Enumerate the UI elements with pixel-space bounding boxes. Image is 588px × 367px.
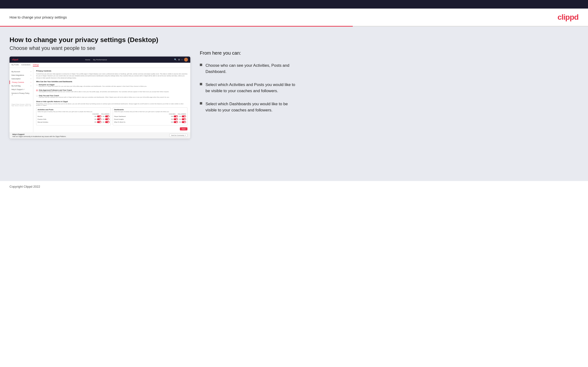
manual-label: Manual Activities xyxy=(38,121,95,123)
sidebar-golf-bag[interactable]: My Golf Bag xyxy=(9,84,33,88)
mini-nav: clippd Home My Performance 🔍 ⊞ ○ xyxy=(9,57,190,63)
footer: Copyright Clippd 2022 xyxy=(0,181,588,192)
top-bar xyxy=(0,0,588,8)
pd-followers-toggle[interactable]: ON xyxy=(179,116,186,117)
pd-coaches-toggle[interactable]: ON xyxy=(171,116,178,117)
mini-sidebar: My Account Data Integrations Subscriptio… xyxy=(9,68,33,132)
radio-approved-btn[interactable] xyxy=(36,90,38,91)
sidebar-my-account[interactable]: My Account xyxy=(9,70,33,73)
toggle-player-dashboard: Player Dashboard ON ON xyxy=(114,116,186,117)
radio-approved-content: Only Approved Followers and Your Coach O… xyxy=(39,89,169,93)
bullet-item-1: Choose who can see your Activities, Post… xyxy=(200,62,300,75)
mini-tab-connections[interactable]: Connections xyxy=(21,64,30,67)
bullet-text-3: Select which Dashboards you would like t… xyxy=(206,101,300,113)
radio-only-you-content: Only You and Your Coach Only you and the… xyxy=(39,95,169,98)
sidebar-version: Clippd Client Version: 2022.8.2SQL Serve… xyxy=(9,102,33,108)
radio-only-you[interactable]: Only You and Your Coach Only you and the… xyxy=(36,95,187,98)
bullet-square-3 xyxy=(200,102,202,105)
ri-followers-toggle[interactable]: ON xyxy=(179,118,186,120)
mini-logo: clippd xyxy=(12,58,18,61)
ww-coaches-toggle[interactable]: ON xyxy=(171,121,178,123)
manual-followers-toggle[interactable]: ON xyxy=(103,121,109,123)
radio-everyone-content: Everyone on Clippd Everyone on Clippd ca… xyxy=(39,84,147,87)
mini-tab-profile[interactable]: My Profile xyxy=(11,64,19,67)
visit-community-button[interactable]: Visit Our Community ↗ xyxy=(169,134,187,137)
radio-approved[interactable]: Only Approved Followers and Your Coach O… xyxy=(36,89,187,93)
mini-nav-right: 🔍 ⊞ ○ xyxy=(174,58,188,61)
d-followers-col-label: FOLLOWERS xyxy=(178,113,186,115)
coaches-col-label: COACHES xyxy=(92,113,99,115)
toggle-practice: Practice Drills ON ON xyxy=(38,118,109,120)
rounds-followers-toggle[interactable]: ON xyxy=(103,116,109,117)
bullet-square-1 xyxy=(200,64,202,66)
activities-box: Activities and Posts Select the types of… xyxy=(36,107,111,125)
toggle-rounds: Rounds ON ON xyxy=(38,116,109,117)
radio-everyone-label: Everyone on Clippd xyxy=(39,84,147,85)
toggle-round-insights: Round Insights ON ON xyxy=(114,118,186,120)
radio-everyone-btn[interactable] xyxy=(36,84,38,86)
round-insights-label: Round Insights xyxy=(114,118,171,120)
page-subheading: Choose what you want people to see xyxy=(9,45,190,51)
sidebar-data-integrations[interactable]: Data Integrations xyxy=(9,73,33,77)
help-text-area: Help & Support Visit our Clippd communit… xyxy=(12,133,66,137)
footer-text: Copyright Clippd 2022 xyxy=(9,185,40,188)
activities-desc: Select the types of activity that you'd … xyxy=(38,111,109,112)
logo: clippd xyxy=(558,13,579,22)
dashboards-box: Dashboards Select the types of activity … xyxy=(113,107,187,125)
toggle-manual: Manual Activities ON ON xyxy=(38,121,109,123)
save-row: Save xyxy=(36,127,187,130)
sidebar-subscription[interactable]: Subscription xyxy=(9,77,33,81)
right-heading: From here you can: xyxy=(200,50,300,56)
practice-coaches-toggle[interactable]: ON xyxy=(95,118,101,120)
mini-section-title: Privacy Controls xyxy=(36,70,187,72)
bullet-item-3: Select which Dashboards you would like t… xyxy=(200,101,300,113)
radio-everyone-desc: Everyone on Clippd can search for you an… xyxy=(39,85,147,87)
help-desc: Visit our Clippd community to troublesho… xyxy=(12,136,66,137)
radio-only-you-label: Only You and Your Coach xyxy=(39,95,169,96)
toggle-what-to-work: What To Work On ON ON xyxy=(114,121,186,123)
show-hide-desc: Regardless of the privacy controls that … xyxy=(36,103,187,106)
screenshot-container: clippd Home My Performance 🔍 ⊞ ○ xyxy=(9,57,190,139)
sidebar-privacy-controls[interactable]: Privacy Controls xyxy=(9,81,33,84)
header-title: How to change your privacy settings xyxy=(9,15,67,19)
mini-help-bar: Help & Support Visit our Clippd communit… xyxy=(9,132,190,139)
grid-icon: ⊞ xyxy=(178,58,180,61)
manual-coaches-toggle[interactable]: ON xyxy=(95,121,101,123)
user-icon: ○ xyxy=(182,58,183,61)
mini-tab-settings[interactable]: Settings xyxy=(33,64,39,67)
mini-nav-links: Home My Performance xyxy=(85,59,107,61)
mini-app: clippd Home My Performance 🔍 ⊞ ○ xyxy=(9,57,190,139)
radio-only-you-btn[interactable] xyxy=(36,95,38,97)
show-hide-title: Show or hide specific features in Clippd xyxy=(36,101,187,102)
radio-everyone[interactable]: Everyone on Clippd Everyone on Clippd ca… xyxy=(36,84,187,87)
dashboards-header: COACHES FOLLOWERS xyxy=(114,113,186,115)
sidebar-help-support[interactable]: Help & Support ↗ xyxy=(9,88,33,92)
mini-avatar xyxy=(184,58,188,61)
right-panel: From here you can: Choose who can see yo… xyxy=(200,36,300,120)
followers-col-label: FOLLOWERS xyxy=(101,113,109,115)
save-button[interactable]: Save xyxy=(180,127,187,130)
bullet-square-2 xyxy=(200,83,202,85)
mini-nav-home: Home xyxy=(85,59,90,61)
practice-followers-toggle[interactable]: ON xyxy=(103,118,109,120)
mini-who-title: Who Can See Your Activities and Dashboar… xyxy=(36,81,187,83)
header: How to change your privacy settings clip… xyxy=(0,8,588,26)
activities-header: COACHES FOLLOWERS xyxy=(38,113,109,115)
what-to-work-label: What To Work On xyxy=(114,121,171,123)
radio-only-you-desc: Only you and the coaches you connect wit… xyxy=(39,96,169,98)
rounds-coaches-toggle[interactable]: ON xyxy=(95,116,101,117)
bullet-text-1: Choose who can see your Activities, Post… xyxy=(206,62,300,75)
radio-approved-desc: Only approved followers and coaches you … xyxy=(39,91,169,93)
bullet-text-2: Select which Activities and Posts you wo… xyxy=(206,82,300,94)
dashboards-desc: Select the types of activity that you'd … xyxy=(114,111,186,112)
ww-followers-toggle[interactable]: ON xyxy=(179,121,186,123)
page-heading: How to change your privacy settings (Des… xyxy=(9,36,190,44)
mini-nav-performance: My Performance xyxy=(93,59,107,61)
sidebar-service-privacy[interactable]: Service & Privacy Policy ↗ xyxy=(9,92,33,97)
main-content: How to change your privacy settings (Des… xyxy=(0,27,588,181)
toggles-row: Activities and Posts Select the types of… xyxy=(36,107,187,125)
bullet-item-2: Select which Activities and Posts you wo… xyxy=(200,82,300,94)
activities-title: Activities and Posts xyxy=(38,109,109,110)
mini-sub-nav: My Profile Connections Settings xyxy=(9,63,190,68)
ri-coaches-toggle[interactable]: ON xyxy=(171,118,178,120)
